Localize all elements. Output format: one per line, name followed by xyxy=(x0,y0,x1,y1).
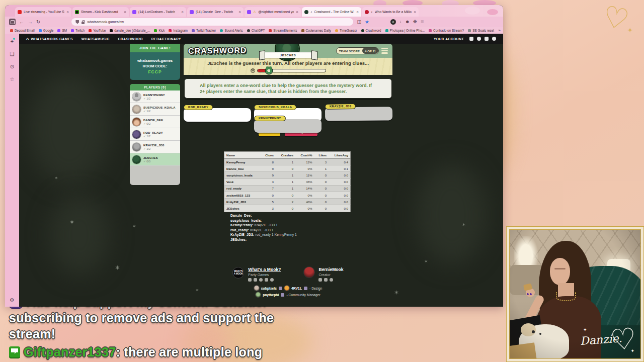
bookmarks-panel-icon[interactable]: ❏ xyxy=(10,51,15,57)
sidebar-toggle-button[interactable] xyxy=(9,19,16,25)
clue-log-line: suspicious_koala: xyxy=(230,218,297,223)
bookmark-item[interactable]: StreamElements xyxy=(269,29,297,32)
tab-close-icon[interactable]: × xyxy=(181,10,184,14)
alarm-clock-icon xyxy=(266,67,272,74)
tab-nightbot-mention[interactable]: ⚠ @nightbot mentioned you × xyxy=(245,7,301,17)
instagram-icon[interactable] xyxy=(477,37,481,41)
tab-millionaire[interactable]: ♪ Who Wants to Be a Millio.. × xyxy=(362,7,419,17)
reader-view-icon[interactable]: ◫ xyxy=(357,20,361,24)
bookmarks-overflow-chevron[interactable]: » xyxy=(498,28,500,33)
players-header: PLAYERS [6] xyxy=(130,84,180,90)
bookmark-item[interactable]: Decoud Email xyxy=(10,29,35,32)
browser-window: Live streaming - YouTube Studi × Stream … xyxy=(5,5,503,307)
twitter-icon[interactable] xyxy=(324,278,328,282)
reload-button[interactable]: ↻ xyxy=(36,20,40,25)
bookmark-item[interactable]: ChatGPT xyxy=(247,29,265,32)
bookmark-item[interactable]: Kick xyxy=(154,29,165,32)
forward-button[interactable]: → xyxy=(28,20,33,25)
twitch-icon[interactable] xyxy=(304,287,307,290)
tab-close-icon[interactable]: × xyxy=(296,10,298,14)
gold-sparkle: ✦ xyxy=(627,26,633,34)
nav-whatsamusic[interactable]: WHATSAMUSIC xyxy=(82,37,110,41)
bookmark-item[interactable]: Photopea | Online Pho... xyxy=(385,29,425,32)
bookmark-item[interactable]: SM xyxy=(57,29,67,32)
subpixels-avatar xyxy=(254,286,259,291)
danzie-signature: ♡ Danzie. ✦ ✦ xyxy=(580,325,635,354)
menu-button[interactable]: ≡ xyxy=(421,19,424,25)
history-icon[interactable]: ⊙ xyxy=(10,64,14,69)
clue-input[interactable] xyxy=(184,108,251,122)
brand-subtitle: Party Games xyxy=(248,273,281,277)
bookmark-item[interactable]: Google xyxy=(39,29,54,32)
discord-icon[interactable] xyxy=(270,278,274,282)
youtube-favicon-icon xyxy=(18,10,22,14)
bookmark-item[interactable]: Contrado on Stream? xyxy=(429,29,464,32)
star-sparkle: ✶ xyxy=(115,264,120,272)
tracking-shield-icon[interactable] xyxy=(75,20,79,24)
bookmark-item[interactable]: TimeGuessr xyxy=(335,29,357,32)
footer-brand-block: WHAT'S A MOOK What's a Mook? Party Games xyxy=(232,267,281,282)
sparkle-icon: ✦ xyxy=(630,348,634,353)
bookmark-item[interactable]: Sound Alerts xyxy=(220,29,243,32)
bookmark-item[interactable]: SE Goals reset xyxy=(468,29,494,32)
bookmark-item[interactable]: TwitchTracker xyxy=(192,29,216,32)
player-row: KRAYZIE_JD3✓ 1/2 xyxy=(130,141,180,153)
discord-icon[interactable] xyxy=(492,37,496,41)
address-bar[interactable]: whatsamook.games/cw xyxy=(71,18,353,26)
tab-close-icon[interactable]: × xyxy=(414,10,416,14)
tab-crashword-active[interactable]: ♪ Crashword - The Online W.. × xyxy=(302,7,361,17)
bookmark-item[interactable]: Instagram xyxy=(169,29,187,32)
sparkle-icon: ✦ xyxy=(583,327,587,332)
settings-gear-icon[interactable]: ⚙ xyxy=(10,297,15,303)
bookmark-star-icon[interactable]: ★ xyxy=(365,20,369,25)
twitch-icon[interactable] xyxy=(281,293,284,297)
player-row: SUSPICIOUS_KOALA✓ 1/2 xyxy=(130,103,180,116)
bookmark-item[interactable]: danzie_dee (@danzie_... xyxy=(110,29,150,32)
tab-close-icon[interactable]: × xyxy=(238,10,241,14)
bookmark-item[interactable]: YouTube xyxy=(89,29,106,32)
tab-close-icon[interactable]: × xyxy=(356,10,359,14)
extension-icon[interactable]: ☻ xyxy=(405,20,410,24)
webcam-frame: ♡ Danzie. ✦ ✦ xyxy=(509,229,641,359)
chat-message-user: Giftpanzer1337: there are multiple long … xyxy=(9,344,298,362)
tiktok-icon[interactable] xyxy=(265,278,268,282)
starred-icon[interactable]: ☆ xyxy=(10,76,15,82)
tab-audio-icon: ♪ xyxy=(310,10,312,14)
tab-close-icon[interactable]: × xyxy=(66,10,69,14)
back-button[interactable]: ← xyxy=(19,20,24,25)
tab-youtube-studio[interactable]: Live streaming - YouTube Studi × xyxy=(15,7,71,17)
clue-card-hidden xyxy=(254,119,321,133)
twitch-icon[interactable] xyxy=(279,287,282,290)
account-icon[interactable]: ❉ xyxy=(413,20,417,24)
tab-kick-dashboard[interactable]: Stream - Kick Dashboard × xyxy=(72,7,129,17)
twitch-favicon-icon xyxy=(132,10,136,14)
twitter-icon[interactable] xyxy=(254,278,257,282)
nav-crashword[interactable]: CRASHWORD xyxy=(118,37,142,41)
ai-chat-icon[interactable]: ✦ xyxy=(10,39,14,44)
twitch-icon[interactable] xyxy=(318,278,322,282)
nav-whatsamook-games[interactable]: ⌂WHATSAMOOK.GAMES xyxy=(26,37,73,41)
tab-close-icon[interactable]: × xyxy=(124,10,126,14)
players-panel-footer xyxy=(130,166,180,185)
nav-your-account[interactable]: YOUR ACCOUNT xyxy=(434,37,464,41)
leaf-pattern xyxy=(49,195,110,275)
nav-redactionary[interactable]: REDACTIONARY xyxy=(151,37,181,41)
instagram-icon[interactable] xyxy=(330,278,333,282)
menu-hamburger-icon[interactable] xyxy=(381,48,388,53)
download-icon[interactable]: ↓ xyxy=(399,20,401,24)
team-score-badge: TEAM SCORE 4 OF 11 xyxy=(336,47,379,54)
adblock-badge[interactable]: 0 xyxy=(390,19,396,25)
bookmark-item[interactable]: Codenames Daily xyxy=(301,29,331,32)
bookmark-item[interactable]: Twitch xyxy=(71,29,85,32)
tab-twitch-danzie-dee[interactable]: (14) Danzie_Dee - Twitch × xyxy=(187,7,244,17)
instagram-icon[interactable] xyxy=(259,278,263,282)
twitch-icon[interactable] xyxy=(248,278,252,282)
url-text[interactable]: whatsamook.games/cw xyxy=(87,20,124,24)
tab-twitch-lorigraham[interactable]: (14) LoriGraham - Twitch × xyxy=(130,7,186,17)
pause-button[interactable] xyxy=(251,68,255,73)
whats-a-mook-link[interactable]: What's a Mook? xyxy=(248,267,281,272)
tiktok-icon[interactable] xyxy=(485,37,489,41)
theme-blossom xyxy=(465,7,480,15)
bookmark-item[interactable]: Crashword xyxy=(361,29,381,32)
twitter-icon[interactable] xyxy=(469,37,473,41)
